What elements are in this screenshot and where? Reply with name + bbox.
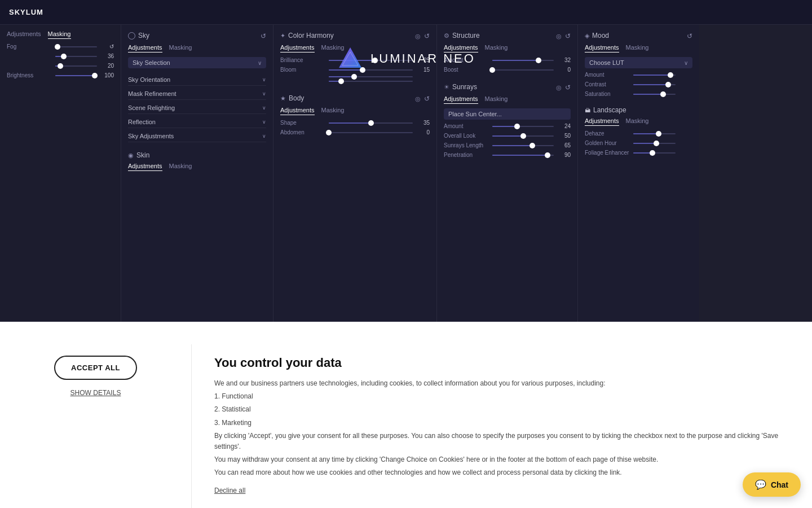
fogybloom2-track[interactable]	[329, 81, 413, 82]
fog-track[interactable]	[55, 46, 97, 47]
golden-hour-track[interactable]	[633, 143, 676, 144]
sunrays-header: Sunrays	[444, 82, 571, 92]
cookie-more-info-text: You can read more about how we use cooki…	[214, 467, 789, 478]
sunrays-eye-icon[interactable]	[556, 82, 562, 92]
landscape-header: Landscape	[585, 106, 692, 114]
ch-tab-adjustments[interactable]: Adjustments	[280, 44, 315, 52]
slider-2-track[interactable]	[55, 56, 97, 57]
mood-amount-track[interactable]	[633, 75, 676, 76]
foliage-enhancer-track[interactable]	[633, 152, 676, 154]
penetration-track[interactable]	[492, 155, 554, 156]
chat-widget[interactable]: 💬 Chat	[743, 472, 801, 497]
sky-orientation-row[interactable]: Sky Orientation ∨	[128, 74, 266, 86]
brightness-track[interactable]	[55, 75, 97, 76]
logo-triangle-icon	[337, 45, 364, 72]
sunrays-length-row: Sunrays Length 65	[444, 142, 571, 148]
mask-refinement-row[interactable]: Mask Refinement ∨	[128, 88, 266, 100]
sky-selection-dropdown[interactable]: Sky Selection	[128, 57, 266, 68]
landscape-tab-masking[interactable]: Masking	[626, 117, 649, 126]
structure-boost-track[interactable]	[492, 69, 554, 71]
mood-tab-masking[interactable]: Masking	[626, 44, 649, 52]
skin-tab-adjustments[interactable]: Adjustments	[128, 163, 162, 171]
slider-3-track[interactable]	[55, 65, 97, 67]
ch-reset-icon[interactable]	[424, 30, 430, 41]
place-sun-btn[interactable]: Place Sun Center...	[444, 108, 571, 120]
dehaze-track[interactable]	[633, 133, 676, 134]
brightness-value: 100	[100, 72, 114, 78]
sky-reset-icon[interactable]	[261, 30, 266, 41]
structure-icon	[444, 32, 449, 40]
skin-tabs: Adjustments Masking	[128, 163, 266, 171]
structure-eye-icon[interactable]	[556, 30, 562, 41]
body-tab-masking[interactable]: Masking	[321, 107, 345, 115]
landscape-tab-adjustments[interactable]: Adjustments	[585, 117, 619, 126]
cookie-left-panel: ACCEPT ALL SHOW DETAILS	[0, 344, 192, 508]
show-details-button[interactable]: SHOW DETAILS	[70, 389, 121, 397]
structure-header: Structure	[444, 30, 571, 41]
sunrays-tab-adjustments[interactable]: Adjustments	[444, 95, 478, 104]
shape-label: Shape	[280, 120, 325, 126]
structure-actions	[556, 30, 571, 41]
sunrays-length-track[interactable]	[492, 145, 554, 146]
shape-track[interactable]	[329, 122, 413, 124]
sky-tab-masking[interactable]: Masking	[169, 44, 192, 52]
sky-tab-adjustments[interactable]: Adjustments	[128, 44, 162, 52]
mood-tabs: Adjustments Masking	[585, 44, 692, 52]
mood-saturation-row: Saturation	[585, 91, 692, 97]
accept-all-button[interactable]: ACCEPT ALL	[54, 356, 137, 380]
brilliance-label: Brilliance	[280, 57, 325, 63]
landscape-tabs: Adjustments Masking	[585, 117, 692, 126]
mood-saturation-track[interactable]	[633, 94, 676, 95]
tab-adjustments-left[interactable]: Adjustments	[7, 30, 41, 39]
svg-marker-0	[339, 47, 361, 68]
panel-mood: ◈ Mood Adjustments Masking Choose LUT ∨ …	[578, 25, 699, 322]
foliage-enhancer-label: Foliage Enhancer	[585, 150, 630, 156]
cookie-intro-text: We and our business partners use technol…	[214, 378, 789, 389]
color-harmony-header: ✦ Color Harmony	[280, 30, 430, 41]
skin-tab-masking[interactable]: Masking	[169, 163, 192, 171]
structure-reset-icon[interactable]	[565, 30, 571, 41]
structure-tab-masking[interactable]: Masking	[485, 44, 508, 52]
tab-masking-left[interactable]: Masking	[48, 30, 71, 39]
brightness-label: Brightness	[7, 72, 52, 78]
mood-actions	[687, 30, 692, 41]
sunrays-amount-track[interactable]	[492, 126, 554, 127]
sunrays-reset-icon[interactable]	[565, 82, 571, 92]
bloom-label: Bloom	[280, 67, 325, 73]
mask-refinement-chevron: ∨	[262, 91, 266, 97]
scene-relighting-row[interactable]: Scene Relighting ∨	[128, 102, 266, 114]
overall-look-track[interactable]	[492, 135, 554, 137]
sunrays-tab-masking[interactable]: Masking	[485, 95, 508, 104]
panel-left-tabs: Adjustments Masking	[7, 30, 114, 39]
mood-reset-icon[interactable]	[687, 30, 692, 41]
luminar-neo-logo: LUMINAR NEO	[337, 45, 475, 72]
color-harmony-icon: ✦	[280, 32, 285, 40]
place-sun-label: Place Sun Center...	[448, 111, 502, 117]
body-eye-icon[interactable]	[415, 93, 421, 103]
mood-tab-adjustments[interactable]: Adjustments	[585, 44, 619, 52]
mood-contrast-track[interactable]	[633, 84, 676, 85]
slider-row-3: 20	[7, 63, 114, 69]
body-icon	[280, 94, 286, 102]
structure-amount-track[interactable]	[492, 60, 554, 61]
choose-lut-dropdown[interactable]: Choose LUT ∨	[585, 57, 692, 68]
decline-all-button[interactable]: Decline all	[214, 487, 245, 494]
mood-amount-row: Amount	[585, 72, 692, 78]
overall-look-label: Overall Look	[444, 133, 489, 139]
cookie-consent-overlay: ACCEPT ALL SHOW DETAILS You control your…	[0, 322, 812, 508]
structure-title: Structure	[444, 32, 480, 40]
ch-eye-icon[interactable]	[415, 30, 421, 41]
abdomen-track[interactable]	[329, 132, 413, 133]
product-name: LUMINAR NEO	[370, 51, 475, 66]
fogybloom-track[interactable]	[329, 76, 413, 77]
sunrays-section: Sunrays Adjustments Masking Place Sun Ce…	[444, 82, 571, 158]
sky-adjustments-row[interactable]: Sky Adjustments ∨	[128, 130, 266, 142]
sky-header: Sky	[128, 30, 266, 41]
panel-left: Adjustments Masking Fog ↺ 36	[0, 25, 121, 322]
body-tab-adjustments[interactable]: Adjustments	[280, 107, 315, 115]
color-harmony-title: ✦ Color Harmony	[280, 32, 334, 40]
body-section: Body Adjustments Masking Shape	[280, 93, 430, 135]
penetration-label: Penetration	[444, 152, 489, 158]
reflection-row[interactable]: Reflection ∨	[128, 116, 266, 128]
body-reset-icon[interactable]	[424, 93, 430, 103]
